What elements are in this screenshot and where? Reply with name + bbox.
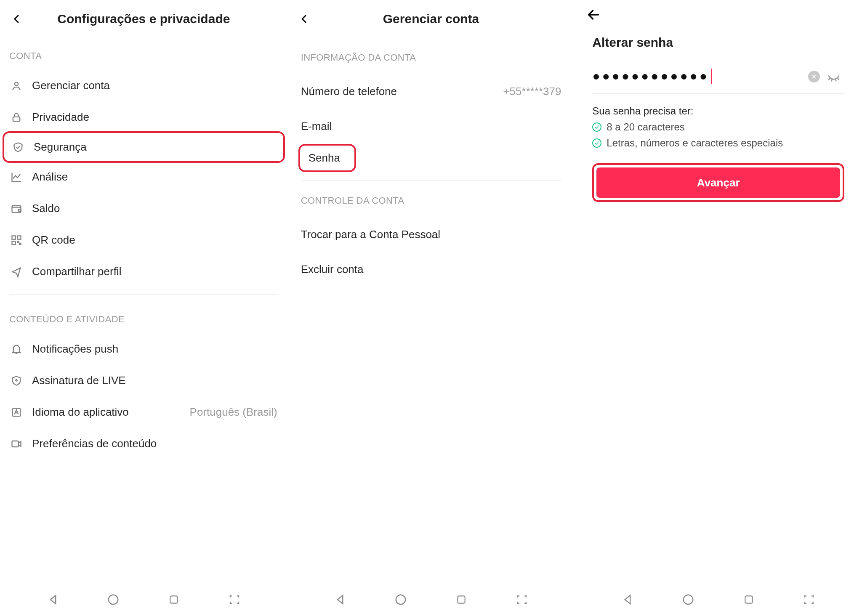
menu-item-live-subscription[interactable]: Assinatura de LIVE (0, 365, 287, 396)
svg-line-24 (838, 78, 839, 80)
svg-rect-27 (745, 596, 752, 603)
requirements-title: Sua senha precisa ter: (592, 105, 844, 117)
lock-icon (10, 111, 23, 124)
nav-recent-button[interactable] (166, 592, 181, 607)
nav-back-button[interactable] (333, 592, 348, 607)
arrow-left-icon (586, 8, 601, 22)
menu-item-privacy[interactable]: Privacidade (0, 101, 287, 133)
menu-item-label: Privacidade (32, 111, 89, 124)
menu-item-manage-account[interactable]: Gerenciar conta (0, 70, 287, 101)
svg-rect-1 (13, 117, 20, 121)
close-icon (811, 74, 817, 80)
svg-point-0 (15, 82, 18, 85)
advance-highlight: Avançar (592, 163, 844, 202)
menu-item-label: Análise (32, 170, 68, 183)
row-phone-number[interactable]: Número de telefone +55*****379 (287, 74, 575, 109)
section-header-account-control: CONTROLE DA CONTA (287, 181, 575, 217)
svg-rect-5 (17, 236, 21, 239)
divider (9, 294, 278, 295)
password-input[interactable]: ●●●●●●●●●●●● (592, 68, 844, 94)
nav-screenshot-button[interactable] (514, 592, 529, 607)
back-button[interactable] (575, 0, 862, 22)
shield-icon (12, 141, 24, 154)
svg-line-23 (835, 79, 836, 81)
settings-panel: Configurações e privacidade CONTA Gerenc… (0, 0, 287, 616)
change-password-panel: Alterar senha ●●●●●●●●●●●● Sua senha pre… (575, 0, 862, 616)
row-label: Número de telefone (301, 85, 397, 98)
android-nav-bar (0, 583, 287, 616)
svg-point-16 (396, 595, 406, 605)
svg-rect-17 (458, 596, 465, 603)
menu-item-label: Gerenciar conta (32, 79, 110, 92)
android-nav-bar (287, 583, 575, 616)
share-icon (10, 266, 23, 278)
menu-item-analytics[interactable]: Análise (0, 161, 287, 193)
svg-line-21 (829, 78, 830, 80)
page-title: Gerenciar conta (296, 12, 567, 26)
clear-input-button[interactable] (808, 71, 820, 82)
user-icon (10, 80, 23, 92)
nav-recent-button[interactable] (741, 592, 756, 607)
row-label: Senha (309, 151, 340, 165)
svg-rect-6 (12, 241, 16, 244)
menu-item-label: Compartilhar perfil (32, 265, 121, 278)
svg-point-26 (684, 595, 693, 605)
svg-rect-4 (12, 236, 16, 239)
menu-item-label: QR code (32, 234, 75, 247)
nav-home-button[interactable] (106, 592, 121, 607)
menu-item-security[interactable]: Segurança (3, 131, 285, 163)
svg-rect-3 (19, 209, 21, 211)
menu-item-label: Preferências de conteúdo (32, 437, 157, 450)
toggle-visibility-button[interactable] (827, 70, 841, 84)
requirement-length: 8 a 20 caracteres (592, 121, 844, 133)
row-label: Excluir conta (301, 263, 364, 276)
row-email[interactable]: E-mail (287, 109, 575, 144)
row-switch-personal[interactable]: Trocar para a Conta Pessoal (287, 217, 575, 252)
nav-back-button[interactable] (620, 592, 635, 607)
section-header-content: CONTEÚDO E ATIVIDADE (0, 301, 287, 333)
svg-rect-11 (12, 441, 19, 447)
requirement-text: 8 a 20 caracteres (607, 121, 684, 133)
row-delete-account[interactable]: Excluir conta (287, 252, 575, 287)
header: Configurações e privacidade (0, 0, 287, 38)
row-value: +55*****379 (503, 85, 561, 98)
nav-screenshot-button[interactable] (801, 592, 817, 607)
menu-item-app-language[interactable]: Idioma do aplicativo Português (Brasil) (0, 396, 287, 428)
qrcode-icon (10, 234, 23, 247)
menu-item-qrcode[interactable]: QR code (0, 224, 287, 256)
menu-item-balance[interactable]: Saldo (0, 193, 287, 224)
svg-point-13 (109, 595, 118, 605)
nav-home-button[interactable] (393, 592, 408, 607)
bell-icon (10, 343, 23, 356)
row-password[interactable]: Senha (298, 144, 356, 172)
svg-marker-15 (338, 595, 343, 604)
eye-closed-icon (827, 70, 841, 84)
page-title: Configurações e privacidade (8, 12, 279, 26)
nav-recent-button[interactable] (454, 592, 469, 607)
text-caret (711, 69, 712, 84)
live-shield-icon (10, 374, 23, 387)
manage-account-panel: Gerenciar conta INFORMAÇÃO DA CONTA Núme… (287, 0, 575, 616)
menu-list-content: Notificações push Assinatura de LIVE Idi… (0, 333, 287, 459)
menu-item-label: Segurança (34, 141, 87, 154)
requirement-text: Letras, números e caracteres especiais (607, 137, 783, 149)
svg-point-9 (16, 380, 17, 381)
menu-item-label: Assinatura de LIVE (32, 374, 126, 387)
nav-screenshot-button[interactable] (227, 592, 242, 607)
menu-item-share-profile[interactable]: Compartilhar perfil (0, 256, 287, 287)
row-label: E-mail (301, 120, 332, 133)
header: Gerenciar conta (287, 0, 575, 38)
nav-back-button[interactable] (45, 592, 61, 607)
menu-item-push-notifications[interactable]: Notificações push (0, 333, 287, 365)
menu-item-label: Saldo (32, 202, 60, 215)
advance-button[interactable]: Avançar (596, 167, 840, 198)
nav-home-button[interactable] (681, 592, 696, 607)
svg-marker-12 (50, 595, 56, 604)
svg-rect-8 (19, 243, 21, 245)
svg-marker-25 (625, 595, 631, 604)
svg-rect-14 (170, 596, 178, 603)
check-icon (592, 138, 601, 148)
menu-item-content-preferences[interactable]: Preferências de conteúdo (0, 428, 287, 459)
video-icon (10, 438, 23, 450)
password-mask: ●●●●●●●●●●●● (592, 69, 709, 83)
